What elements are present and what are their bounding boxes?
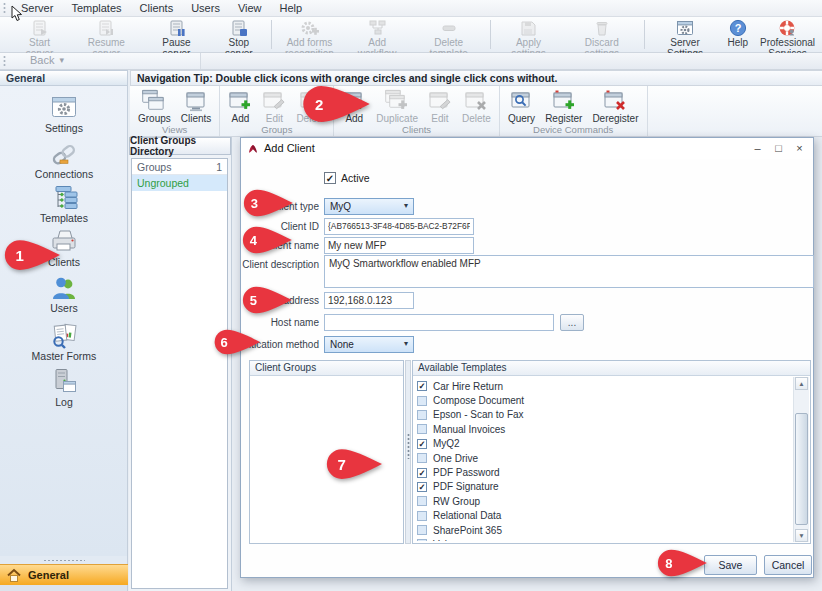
resume-server-button[interactable]: Resume server xyxy=(69,17,143,52)
client-type-select[interactable]: MyQ ▾ xyxy=(324,198,414,215)
templates-list: Car Hire Return Compose Document Epson -… xyxy=(417,379,792,541)
template-checkbox[interactable] xyxy=(417,453,427,463)
deregister-button[interactable]: Deregister xyxy=(587,88,643,124)
sidebar-item-master-forms[interactable]: Master Forms xyxy=(0,322,128,362)
template-checkbox[interactable] xyxy=(417,496,427,506)
template-label: One Drive xyxy=(433,453,478,464)
cancel-button[interactable]: Cancel xyxy=(764,555,812,575)
template-label: Volvo xyxy=(433,539,457,541)
query-button[interactable]: Query xyxy=(503,88,540,124)
deregister-icon xyxy=(603,89,627,113)
toolbar-grip xyxy=(3,2,6,14)
template-checkbox[interactable] xyxy=(417,439,427,449)
host-name-input[interactable] xyxy=(324,314,554,331)
register-button[interactable]: Register xyxy=(540,88,587,124)
pause-server-icon xyxy=(168,19,186,37)
client-edit-button[interactable]: Edit xyxy=(423,88,457,124)
panel-splitter[interactable] xyxy=(405,360,411,544)
menu-help[interactable]: Help xyxy=(271,1,312,15)
server-settings-button[interactable]: Server Settings xyxy=(648,17,723,52)
sidebar-item-log[interactable]: Log xyxy=(0,368,128,408)
template-checkbox[interactable] xyxy=(417,482,427,492)
help-button[interactable]: ? Help xyxy=(723,17,754,52)
template-checkbox[interactable] xyxy=(417,410,427,420)
menu-clients[interactable]: Clients xyxy=(131,1,183,15)
sidebar-item-connections[interactable]: Connections xyxy=(0,140,128,180)
active-checkbox[interactable] xyxy=(324,172,336,184)
client-delete-button[interactable]: Delete xyxy=(457,88,496,124)
client-groups-directory-panel: Client Groups Directory Groups 1 Ungroup… xyxy=(129,137,232,591)
mouse-cursor xyxy=(11,5,23,22)
ip-address-input[interactable] xyxy=(324,292,414,309)
authentication-method-select[interactable]: None ▾ xyxy=(324,336,414,353)
svg-text:?: ? xyxy=(734,22,741,34)
clients-view-button[interactable]: Clients xyxy=(176,88,217,124)
sidebar-item-templates[interactable]: Templates xyxy=(0,184,128,224)
template-checkbox[interactable] xyxy=(417,424,427,434)
add-forms-recognition-button[interactable]: Add forms recognition xyxy=(275,17,344,52)
back-button[interactable]: Back ▾ xyxy=(24,54,70,66)
menu-users[interactable]: Users xyxy=(182,1,229,15)
scrollbar-thumb[interactable] xyxy=(795,413,808,525)
delete-template-button[interactable]: Delete template xyxy=(410,17,487,52)
pause-server-button[interactable]: Pause server xyxy=(144,17,210,52)
scroll-down-icon[interactable]: ▼ xyxy=(795,529,808,542)
add-forms-recognition-icon xyxy=(300,19,319,37)
template-checkbox[interactable] xyxy=(417,468,427,478)
client-name-input[interactable] xyxy=(324,237,474,254)
maximize-button[interactable]: □ xyxy=(768,139,789,157)
apply-settings-button[interactable]: Apply settings xyxy=(494,17,563,52)
template-row[interactable]: MyQ2 xyxy=(417,437,792,451)
groups-view-button[interactable]: Groups xyxy=(133,88,176,124)
client-duplicate-button[interactable]: Duplicate xyxy=(371,88,423,124)
template-checkbox[interactable] xyxy=(417,381,427,391)
client-description-input[interactable]: MyQ Smartworkflow enabled MFP xyxy=(324,255,814,288)
template-checkbox[interactable] xyxy=(417,396,427,406)
template-row[interactable]: PDF Password xyxy=(417,465,792,479)
host-name-browse-button[interactable]: ... xyxy=(560,314,584,331)
template-row[interactable]: Relational Data xyxy=(417,509,792,523)
template-row[interactable]: One Drive xyxy=(417,451,792,465)
template-checkbox[interactable] xyxy=(417,511,427,521)
templates-scrollbar[interactable]: ▲ ▼ xyxy=(793,377,809,542)
sidebar-item-settings[interactable]: Settings xyxy=(0,94,128,134)
template-row[interactable]: Compose Document xyxy=(417,393,792,407)
professional-services-icon xyxy=(778,19,797,37)
add-workflow-button[interactable]: Add workflow xyxy=(344,17,410,52)
template-label: MyQ2 xyxy=(433,438,460,449)
edit-icon xyxy=(428,89,452,113)
scroll-up-icon[interactable]: ▲ xyxy=(795,377,808,390)
resume-server-icon xyxy=(97,19,115,37)
template-row[interactable]: Manual Invoices xyxy=(417,422,792,436)
template-label: PDF Signature xyxy=(433,481,499,492)
chevron-down-icon: ▾ xyxy=(404,202,408,210)
menu-view[interactable]: View xyxy=(229,1,271,15)
dialog-title: Add Client xyxy=(264,142,747,154)
template-row[interactable]: Epson - Scan to Fax xyxy=(417,408,792,422)
template-row[interactable]: Volvo xyxy=(417,537,792,541)
template-row[interactable]: Car Hire Return xyxy=(417,379,792,393)
discard-settings-button[interactable]: Discard settings xyxy=(563,17,641,52)
group-add-button[interactable]: Add xyxy=(223,88,257,124)
client-groups-directory-title: Client Groups Directory xyxy=(129,137,231,155)
stop-server-button[interactable]: Stop server xyxy=(209,17,268,52)
navigation-bar: Back ▾ xyxy=(0,53,822,70)
template-row[interactable]: PDF Signature xyxy=(417,480,792,494)
template-checkbox[interactable] xyxy=(417,525,427,535)
template-row[interactable]: RW Group xyxy=(417,494,792,508)
sidebar-item-users[interactable]: Users xyxy=(0,274,128,314)
sidebar-footer-general[interactable]: General xyxy=(0,564,128,585)
sidebar-splitter[interactable] xyxy=(0,556,128,564)
group-edit-button[interactable]: Edit xyxy=(257,88,291,124)
group-item-ungrouped[interactable]: Ungrouped xyxy=(132,175,227,191)
menu-templates[interactable]: Templates xyxy=(62,1,130,15)
template-checkbox[interactable] xyxy=(417,539,427,541)
client-id-input[interactable] xyxy=(324,218,474,235)
template-row[interactable]: SharePoint 365 xyxy=(417,523,792,537)
close-button[interactable]: × xyxy=(789,139,810,157)
minimize-button[interactable]: – xyxy=(747,139,768,157)
start-server-button[interactable]: Start server xyxy=(10,17,69,52)
host-name-label: Host name xyxy=(241,317,319,328)
callout-3: 3 xyxy=(237,189,299,217)
professional-services-button[interactable]: Professional Services xyxy=(753,17,822,52)
